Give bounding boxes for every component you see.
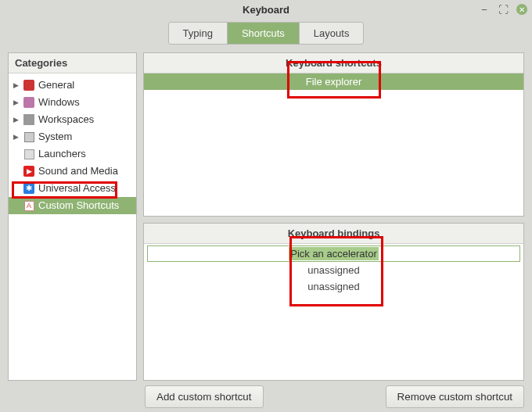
sidebar-item-label: Universal Access xyxy=(38,181,116,195)
binding-row-editing[interactable]: Pick an accelerator xyxy=(147,245,520,262)
sound-icon: ▶ xyxy=(23,165,35,177)
sidebar-item-label: General xyxy=(38,78,74,92)
tab-bar: Typing Shortcuts Layouts xyxy=(0,19,532,52)
chevron-right-icon: ▶ xyxy=(13,95,20,109)
right-column: Keyboard shortcuts File explorer Keyboar… xyxy=(143,52,524,381)
sidebar-item-label: Workspaces xyxy=(38,113,94,127)
launchers-icon xyxy=(23,148,35,160)
binding-row-unassigned[interactable]: unassigned xyxy=(144,262,523,278)
sidebar-item-label: Sound and Media xyxy=(38,164,118,178)
window-controls: − ⛶ ✕ xyxy=(479,4,527,15)
remove-custom-shortcut-button[interactable]: Remove custom shortcut xyxy=(386,385,524,408)
tab-typing[interactable]: Typing xyxy=(169,23,228,44)
sidebar-item-label: Windows xyxy=(38,95,80,109)
universal-access-icon: ✱ xyxy=(23,182,35,195)
custom-shortcuts-icon: A xyxy=(23,199,35,212)
keyboard-bindings-panel: Keyboard bindings Pick an accelerator un… xyxy=(143,223,524,381)
system-icon xyxy=(23,131,35,143)
content-area: Categories ▶ General ▶ Windows ▶ Workspa… xyxy=(0,52,532,381)
binding-accelerator-prompt: Pick an accelerator xyxy=(289,247,379,260)
sidebar-item-label: Launchers xyxy=(38,147,86,161)
sidebar-item-general[interactable]: ▶ General xyxy=(9,77,136,94)
binding-row-unassigned[interactable]: unassigned xyxy=(144,278,523,295)
categories-tree: ▶ General ▶ Windows ▶ Workspaces ▶ Syste… xyxy=(9,73,136,380)
chevron-right-icon: ▶ xyxy=(13,113,20,127)
sidebar-item-system[interactable]: ▶ System xyxy=(9,128,136,145)
workspaces-icon xyxy=(23,113,35,126)
categories-panel: Categories ▶ General ▶ Windows ▶ Workspa… xyxy=(8,52,137,381)
sidebar-item-workspaces[interactable]: ▶ Workspaces xyxy=(9,111,136,128)
close-button[interactable]: ✕ xyxy=(516,4,527,15)
sidebar-item-universal-access[interactable]: ✱ Universal Access xyxy=(9,180,136,197)
sidebar-item-custom-shortcuts[interactable]: A Custom Shortcuts xyxy=(9,197,136,214)
shortcut-row-file-explorer[interactable]: File explorer xyxy=(144,73,523,90)
chevron-right-icon: ▶ xyxy=(13,78,20,92)
categories-header: Categories xyxy=(9,53,136,73)
sidebar-item-label: Custom Shortcuts xyxy=(38,199,119,213)
maximize-button[interactable]: ⛶ xyxy=(498,4,509,15)
tab-group: Typing Shortcuts Layouts xyxy=(168,22,365,45)
keyboard-bindings-header: Keyboard bindings xyxy=(144,224,523,244)
sidebar-item-label: System xyxy=(38,130,72,144)
button-bar: Add custom shortcut Remove custom shortc… xyxy=(0,381,532,411)
add-custom-shortcut-button[interactable]: Add custom shortcut xyxy=(145,385,264,408)
general-icon xyxy=(23,79,35,91)
keyboard-shortcuts-panel: Keyboard shortcuts File explorer xyxy=(143,52,524,217)
window-title: Keyboard xyxy=(243,4,289,16)
chevron-right-icon: ▶ xyxy=(13,130,20,144)
titlebar: Keyboard − ⛶ ✕ xyxy=(0,0,532,19)
minimize-button[interactable]: − xyxy=(479,4,490,15)
keyboard-shortcuts-header: Keyboard shortcuts xyxy=(144,53,523,73)
sidebar-item-launchers[interactable]: Launchers xyxy=(9,145,136,163)
tab-layouts[interactable]: Layouts xyxy=(300,23,364,44)
sidebar-item-sound-and-media[interactable]: ▶ Sound and Media xyxy=(9,163,136,180)
tab-shortcuts[interactable]: Shortcuts xyxy=(228,23,300,44)
sidebar-item-windows[interactable]: ▶ Windows xyxy=(9,94,136,111)
windows-icon xyxy=(23,96,35,109)
